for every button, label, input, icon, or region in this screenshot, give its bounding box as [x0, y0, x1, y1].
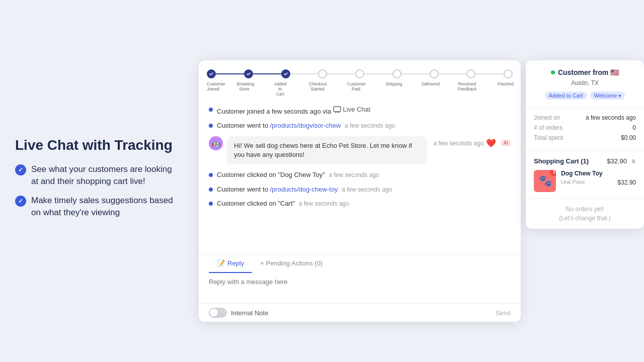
- event-dot-2: [209, 173, 213, 177]
- svg-rect-0: [334, 107, 341, 112]
- check-icon-2: [15, 196, 26, 207]
- bottom-bar: Internal Note Send: [199, 303, 521, 322]
- cart-header-right: $32.90 ∧: [607, 157, 636, 165]
- step-label-7: ReceivedFeedback: [458, 81, 477, 92]
- orders-empty-line2: (Let's change that.): [534, 214, 636, 223]
- step-node-0: [207, 69, 216, 78]
- event-text-1: Customer went to /products/dogvisor-chew…: [217, 121, 395, 130]
- page-title: Live Chat with Tracking: [15, 137, 176, 154]
- dog-toy-icon: 🐾: [538, 174, 552, 188]
- customer-name: Customer from 🇺🇸: [558, 68, 619, 76]
- step-line-5: [401, 73, 430, 74]
- chat-event-2: Customer clicked on "Dog Chew Toy" a few…: [209, 170, 511, 179]
- step-node-6: [430, 69, 439, 78]
- event-link-1[interactable]: /products/dogvisor-chew: [270, 122, 341, 129]
- step-label-0: CustomerJoined: [207, 81, 216, 92]
- chat-area[interactable]: Customer joined a few seconds ago via Li…: [199, 97, 521, 254]
- tab-pending-actions[interactable]: + Pending Actions (0): [252, 254, 331, 273]
- step-label-6: Delivered: [422, 81, 437, 86]
- feature-text-2: Make timely sales suggestions based on w…: [31, 195, 176, 219]
- step-node-3: [318, 69, 327, 78]
- spent-row: Total spent $0.00: [534, 134, 636, 141]
- orders-empty: No orders yet! (Let's change that.): [534, 205, 636, 223]
- customer-name-row: Customer from 🇺🇸: [551, 68, 619, 76]
- chat-panel: CustomerJoined BrowsingStore Added toCar…: [199, 60, 521, 322]
- step-line-7: [475, 73, 504, 74]
- step-label-8: Finished: [498, 81, 513, 86]
- tab-bar: 📝 Reply + Pending Actions (0): [199, 254, 521, 273]
- send-button[interactable]: Send: [496, 309, 511, 317]
- feature-text-1: See what your customers are looking at a…: [31, 163, 176, 188]
- chat-event-4: Customer clicked on "Cart" a few seconds…: [209, 199, 511, 208]
- customer-badges: Added to Cart Welcome ▾: [545, 92, 625, 100]
- step-label-2: Added toCart: [273, 81, 288, 97]
- step-line-0: [216, 73, 244, 74]
- bot-avatar: 🤖: [209, 136, 223, 150]
- event-dot-0: [209, 108, 213, 112]
- cart-item-name: Dog Chew Toy: [561, 170, 636, 177]
- unit-price-label: Unit Price: [561, 179, 585, 186]
- step-line-6: [439, 73, 467, 74]
- event-dot-4: [209, 202, 213, 206]
- unit-price-value: $32.90: [617, 179, 636, 186]
- cart-item-details: Dog Chew Toy Unit Price $32.90: [561, 170, 636, 186]
- event-time-4: a few seconds ago: [299, 200, 349, 207]
- step-label-5: Shipping: [386, 81, 401, 86]
- badge-welcome: Welcome ▾: [590, 92, 625, 100]
- step-node-1: [244, 69, 253, 78]
- heart-icon: ❤️: [486, 138, 496, 148]
- bot-message: 🤖 Hi! We sell dog chews here at Echo Pet…: [209, 136, 511, 164]
- bot-bubble: Hi! We sell dog chews here at Echo Pet S…: [227, 136, 427, 164]
- orders-section: No orders yet! (Let's change that.): [526, 199, 644, 229]
- step-node-4: [355, 69, 364, 78]
- reply-input[interactable]: [209, 278, 511, 298]
- joined-value: a few seconds ago: [586, 114, 636, 121]
- event-time-2: a few seconds ago: [329, 171, 379, 178]
- check-icon-1: [15, 164, 26, 175]
- tab-reply[interactable]: 📝 Reply: [209, 254, 252, 273]
- chat-event-1: Customer went to /products/dogvisor-chew…: [209, 121, 511, 130]
- right-panel: Customer from 🇺🇸 Austin, TX Added to Car…: [526, 60, 644, 229]
- progress-nodes: [207, 69, 513, 78]
- chat-event-0: Customer joined a few seconds ago via Li…: [209, 105, 511, 116]
- step-label-4: CustomerPaid: [347, 81, 365, 92]
- orders-empty-line1: No orders yet!: [534, 205, 636, 214]
- cart-section: Shopping Cart (1) $32.90 ∧ 🐾 1 Dog Chew …: [526, 151, 644, 199]
- toggle-knob: [210, 309, 218, 317]
- reply-icon: 📝: [217, 259, 225, 267]
- left-panel: Live Chat with Tracking See what your cu…: [0, 0, 196, 362]
- orders-row: # of orders 0: [534, 124, 636, 131]
- cart-title: Shopping Cart (1): [534, 157, 589, 165]
- spent-value: $0.00: [621, 134, 636, 141]
- step-label-1: BrowsingStore: [237, 81, 252, 92]
- orders-label: # of orders: [534, 124, 562, 131]
- pending-tab-label: + Pending Actions (0): [260, 259, 323, 267]
- cart-item: 🐾 1 Dog Chew Toy Unit Price $32.90: [534, 170, 636, 192]
- step-labels: CustomerJoined BrowsingStore Added toCar…: [207, 81, 513, 97]
- spent-label: Total spent: [534, 134, 563, 141]
- chat-event-3: Customer went to /products/dog-chew-toy …: [209, 185, 511, 194]
- step-label-3: CheckoutStarted: [309, 81, 327, 92]
- chevron-down-icon: ▾: [618, 93, 621, 99]
- event-text-4: Customer clicked on "Cart" a few seconds…: [217, 199, 349, 208]
- cart-item-image: 🐾 1: [534, 170, 556, 192]
- step-node-2: [281, 69, 290, 78]
- internal-note-toggle-wrap: Internal Note: [209, 308, 268, 318]
- event-text-3: Customer went to /products/dog-chew-toy …: [217, 185, 392, 194]
- customer-header: Customer from 🇺🇸 Austin, TX Added to Car…: [526, 60, 644, 108]
- event-text-2: Customer clicked on "Dog Chew Toy" a few…: [217, 170, 379, 179]
- orders-value: 0: [632, 124, 636, 131]
- feature-item-1: See what your customers are looking at a…: [15, 163, 176, 188]
- ai-badge: AI: [501, 140, 511, 146]
- cart-header: Shopping Cart (1) $32.90 ∧: [534, 157, 636, 165]
- step-node-7: [466, 69, 475, 78]
- step-node-5: [392, 69, 401, 78]
- event-time-1: a few seconds ago: [345, 122, 395, 129]
- step-line-1: [253, 73, 281, 74]
- joined-row: Joined on a few seconds ago: [534, 114, 636, 121]
- customer-info-section: Joined on a few seconds ago # of orders …: [526, 108, 644, 151]
- cart-expand-icon[interactable]: ∧: [631, 157, 636, 165]
- internal-note-label: Internal Note: [231, 309, 268, 317]
- internal-note-toggle[interactable]: [209, 308, 227, 318]
- event-link-3[interactable]: /products/dog-chew-toy: [270, 186, 338, 193]
